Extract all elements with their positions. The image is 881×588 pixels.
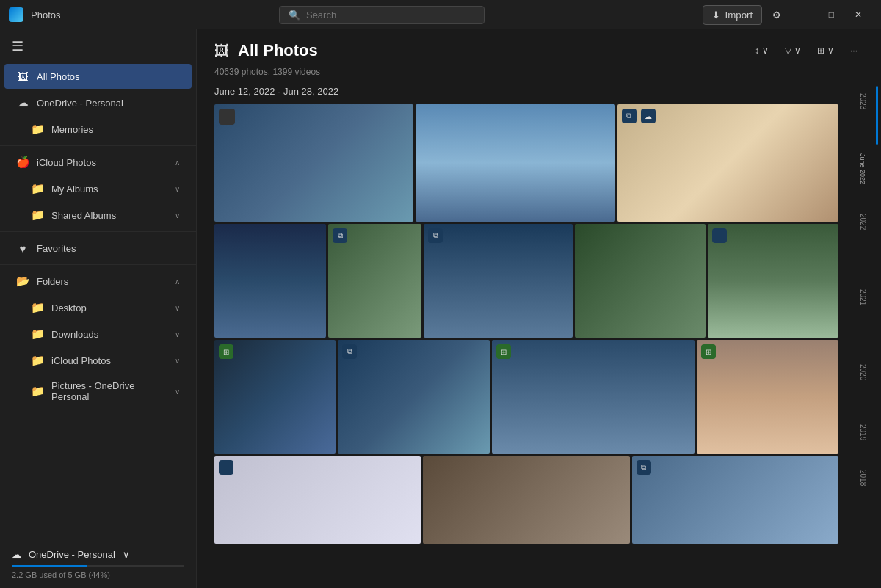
sidebar-item-pictures-onedrive[interactable]: 📁 Pictures - OneDrive Personal ∨ [4, 374, 192, 408]
sidebar-label-all-photos: All Photos [37, 71, 180, 82]
app-title: Photos [31, 10, 60, 21]
photo-thumb[interactable]: ⊞ [697, 340, 838, 454]
import-button[interactable]: ⬇ Import [703, 5, 762, 25]
photo-thumb[interactable]: − [214, 104, 413, 222]
storage-progress-container [12, 565, 184, 567]
sort-chevron: ∨ [762, 46, 769, 56]
photo-thumb[interactable]: ⧉ [424, 224, 573, 338]
photo-thumb[interactable]: ⧉ [328, 224, 421, 338]
onedrive-storage[interactable]: ☁ OneDrive - Personal ∨ [12, 549, 184, 560]
sidebar-label-onedrive: OneDrive - Personal [37, 98, 180, 109]
year-label-2019[interactable]: 2019 [859, 424, 867, 440]
sidebar-item-icloud[interactable]: 🍎 iCloud Photos ∧ [4, 150, 192, 175]
close-button[interactable]: ✕ [844, 0, 872, 29]
year-label-2023[interactable]: 2023 [859, 93, 867, 109]
import-icon: ⬇ [712, 10, 720, 21]
photo-badge: − [219, 460, 233, 475]
favorites-icon: ♥ [16, 242, 29, 255]
onedrive-bottom-chevron: ∨ [123, 549, 130, 560]
sidebar-label-favorites: Favorites [37, 243, 180, 254]
photo-badge: − [219, 109, 235, 125]
photo-thumb[interactable] [214, 224, 326, 338]
pictures-onedrive-icon: 📁 [31, 385, 44, 398]
year-label-june2022[interactable]: June 2022 [859, 153, 866, 184]
sidebar-label-pictures-onedrive: Pictures - OneDrive Personal [51, 380, 167, 402]
sidebar-item-onedrive[interactable]: ☁ OneDrive - Personal [4, 90, 192, 115]
page-title-area: 🖼 All Photos [214, 41, 318, 60]
year-label-2021[interactable]: 2021 [859, 289, 867, 305]
photo-thumb[interactable] [575, 224, 706, 338]
photo-thumb[interactable]: − [214, 456, 421, 544]
photo-badge-2: ☁ [641, 109, 656, 123]
year-label-2022[interactable]: 2022 [859, 214, 867, 230]
maximize-button[interactable]: □ [819, 0, 844, 29]
photo-badge: ⊞ [219, 344, 233, 359]
photo-thumb[interactable]: ⊞ [214, 340, 336, 454]
view-icon: ⊞ [817, 46, 824, 56]
my-albums-icon: 📁 [31, 182, 44, 195]
filter-button[interactable]: ▽ ∨ [779, 42, 807, 59]
photo-thumb[interactable]: ⧉ ☁ [617, 104, 838, 222]
photo-badge: ⧉ [622, 109, 637, 123]
minimize-button[interactable]: ─ [791, 0, 819, 29]
more-icon: ··· [850, 46, 858, 56]
storage-text: 2.2 GB used of 5 GB (44%) [12, 570, 184, 579]
sidebar-item-my-albums[interactable]: 📁 My Albums ∨ [4, 176, 192, 201]
page-icon: 🖼 [214, 43, 229, 59]
onedrive-icon: ☁ [16, 96, 29, 109]
sidebar-item-favorites[interactable]: ♥ Favorites [4, 236, 192, 261]
folders-icon: 📂 [16, 275, 29, 288]
photos-scroll: June 12, 2022 - Jun 28, 2022 − ⧉ ☁ [197, 86, 844, 588]
sidebar-item-desktop[interactable]: 📁 Desktop ∨ [4, 295, 192, 320]
filter-chevron: ∨ [794, 46, 801, 56]
titlebar-left: Photos [9, 7, 60, 22]
sidebar-item-all-photos[interactable]: 🖼 All Photos [4, 64, 192, 89]
sidebar-label-folders: Folders [37, 276, 167, 287]
sidebar-label-my-albums: My Albums [51, 184, 167, 195]
sidebar-item-downloads[interactable]: 📁 Downloads ∨ [4, 322, 192, 346]
sidebar-bottom: ☁ OneDrive - Personal ∨ 2.2 GB used of 5… [0, 540, 196, 588]
more-button[interactable]: ··· [844, 42, 863, 59]
sidebar-item-shared-albums[interactable]: 📁 Shared Albums ∨ [4, 203, 192, 228]
photo-thumb[interactable]: − [708, 224, 838, 338]
scroll-indicator [876, 86, 878, 145]
settings-button[interactable]: ⚙ [765, 5, 788, 25]
onedrive-bottom-label: OneDrive - Personal [29, 549, 115, 560]
folders-chevron: ∧ [175, 277, 180, 286]
year-label-2018[interactable]: 2018 [859, 470, 867, 486]
sidebar-folders-header[interactable]: 📂 Folders ∧ [4, 269, 192, 294]
sidebar-item-icloud-photos[interactable]: 📁 iCloud Photos ∨ [4, 348, 192, 373]
titlebar-right: ⬇ Import ⚙ ─ □ ✕ [703, 0, 872, 29]
my-albums-chevron: ∨ [175, 185, 180, 193]
shared-albums-icon: 📁 [31, 208, 44, 222]
photo-badge: ⧉ [428, 228, 443, 243]
photo-row-3: ⊞ ⧉ ⊞ ⊞ [214, 340, 838, 454]
sidebar-label-desktop: Desktop [51, 302, 167, 313]
menu-toggle[interactable]: ☰ [0, 29, 196, 63]
photo-thumb[interactable]: ⧉ [338, 340, 490, 454]
photo-badge: ⧉ [342, 344, 357, 359]
year-rail: 2023 June 2022 2022 2021 2020 2019 2018 [844, 86, 881, 588]
desktop-icon: 📁 [31, 301, 44, 314]
icloud-photos-icon: 📁 [31, 354, 44, 367]
sidebar-item-memories[interactable]: 📁 Memories [4, 117, 192, 142]
photo-badge: ⊞ [701, 344, 716, 359]
photo-thumb[interactable] [416, 104, 614, 222]
search-icon: 🔍 [289, 10, 300, 21]
photo-badge: − [712, 228, 727, 243]
photo-thumb[interactable]: ⊞ [492, 340, 695, 454]
content-wrapper: 🖼 All Photos ↕ ∨ ▽ ∨ ⊞ ∨ ··· [197, 29, 881, 588]
search-input[interactable] [306, 10, 475, 21]
all-photos-icon: 🖼 [16, 70, 29, 83]
titlebar: Photos 🔍 ⬇ Import ⚙ ─ □ ✕ [0, 0, 881, 29]
year-label-2020[interactable]: 2020 [859, 364, 867, 380]
sort-button[interactable]: ↕ ∨ [749, 42, 775, 59]
sidebar-label-icloud: iCloud Photos [37, 157, 167, 168]
search-bar[interactable]: 🔍 [279, 6, 485, 24]
content-header: 🖼 All Photos ↕ ∨ ▽ ∨ ⊞ ∨ ··· [197, 29, 881, 66]
photo-thumb[interactable]: ⧉ [632, 456, 838, 544]
view-button[interactable]: ⊞ ∨ [811, 42, 840, 59]
photo-thumb[interactable] [423, 456, 629, 544]
shared-albums-chevron: ∨ [175, 211, 180, 219]
photo-count: 40639 photos, 1399 videos [214, 67, 320, 77]
